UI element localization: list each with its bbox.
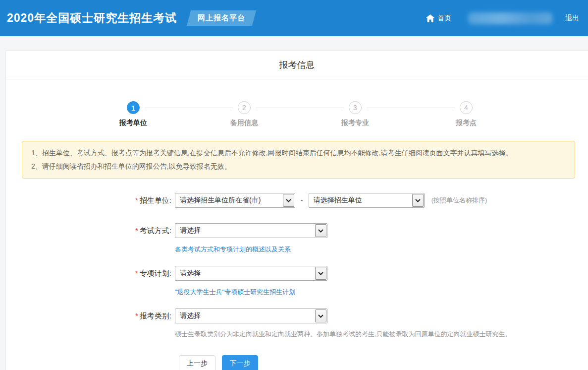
recruiting-unit-label-text: 招生单位:: [140, 196, 171, 204]
exam-method-select-value: 请选择: [175, 226, 201, 235]
user-name-redacted: [468, 12, 552, 24]
exam-method-help-link[interactable]: 各类考试方式和专项计划的概述以及关系: [175, 245, 291, 254]
step-1-circle: 1: [127, 101, 140, 114]
special-plan-label-text: 专项计划:: [140, 269, 171, 277]
exam-method-select[interactable]: 请选择: [175, 223, 327, 238]
unit-sort-hint: (按照单位名称排序): [431, 193, 487, 208]
next-step-button[interactable]: 下一步: [222, 355, 258, 370]
category-label-text: 报考类别:: [140, 311, 171, 320]
notice-box: 1、招生单位、考试方式、报考点等为报考关键信息,在提交信息后不允许修改,网报时间…: [22, 141, 575, 179]
home-label: 首页: [437, 14, 451, 23]
header-left: 2020年全国硕士研究生招生考试 网上报名平台: [7, 10, 254, 26]
category-select-value: 请选择: [175, 311, 201, 320]
platform-badge: 网上报名平台: [187, 10, 256, 26]
exam-method-controls: 请选择 各类考试方式和专项计划的概述以及关系: [175, 223, 327, 254]
recruiting-unit-label: *招生单位:: [6, 193, 171, 208]
platform-badge-label: 网上报名平台: [198, 13, 245, 23]
special-plan-help-link[interactable]: "退役大学生士兵"专项硕士研究生招生计划: [175, 288, 295, 297]
chevron-down-icon: [283, 194, 294, 207]
form-buttons: 上一步 下一步: [179, 355, 588, 370]
unit-select[interactable]: 请选择招生单位: [309, 193, 425, 208]
separator-dash: -: [301, 196, 303, 204]
category-label: *报考类别:: [6, 308, 171, 323]
notice-line-2: 2、请仔细阅读省招办和招生单位的网报公告,以免导致报名无效。: [31, 160, 566, 173]
required-marker: *: [135, 196, 138, 204]
content-card: 报考信息 1 报考单位 2 备用信息 3 报考专业 4 报考点 1、招生单位、考…: [5, 51, 588, 370]
prev-step-button[interactable]: 上一步: [179, 355, 215, 370]
recruiting-unit-controls: 请选择招生单位所在省(市) - 请选择招生单位 (按照单位名称排序): [175, 193, 487, 208]
page-title: 报考信息: [6, 51, 588, 79]
step-indicator: 1 报考单位 2 备用信息 3 报考专业 4 报考点: [78, 101, 522, 127]
step-1-label: 报考单位: [78, 119, 189, 127]
step-4-circle: 4: [460, 101, 473, 114]
home-link[interactable]: 首页: [426, 14, 451, 23]
app-title: 2020年全国硕士研究生招生考试: [7, 10, 177, 26]
step-3-label: 报考专业: [300, 119, 411, 127]
form-row-category: *报考类别: 请选择 硕士生录取类别分为非定向就业和定向就业两种。参加单独考试的…: [6, 308, 588, 339]
exam-method-label: *考试方式:: [6, 223, 171, 238]
form-row-recruiting-unit: *招生单位: 请选择招生单位所在省(市) - 请选择招生单位: [6, 193, 588, 208]
category-note: 硕士生录取类别分为非定向就业和定向就业两种。参加单独考试的考生,只能被录取为回原…: [175, 330, 512, 339]
step-4-label: 报考点: [411, 119, 522, 127]
step-3-circle: 3: [349, 101, 362, 114]
chevron-down-icon: [315, 224, 326, 237]
special-plan-select-value: 请选择: [175, 269, 201, 278]
exam-method-label-text: 考试方式:: [140, 226, 171, 235]
category-select[interactable]: 请选择: [175, 308, 327, 323]
form-row-special-plan: *专项计划: 请选择 "退役大学生士兵"专项硕士研究生招生计划: [6, 266, 588, 297]
special-plan-label: *专项计划:: [6, 266, 171, 281]
application-form: *招生单位: 请选择招生单位所在省(市) - 请选择招生单位: [6, 193, 588, 370]
special-plan-select[interactable]: 请选择: [175, 266, 327, 281]
required-marker: *: [135, 269, 138, 277]
step-4: 4 报考点: [411, 101, 522, 127]
province-select[interactable]: 请选择招生单位所在省(市): [175, 193, 295, 208]
step-3: 3 报考专业: [300, 101, 411, 127]
notice-line-1: 1、招生单位、考试方式、报考点等为报考关键信息,在提交信息后不允许修改,网报时间…: [31, 146, 566, 160]
category-controls: 请选择 硕士生录取类别分为非定向就业和定向就业两种。参加单独考试的考生,只能被录…: [175, 308, 512, 339]
logout-link[interactable]: 退出: [565, 14, 579, 23]
province-select-value: 请选择招生单位所在省(市): [175, 196, 261, 205]
unit-select-value: 请选择招生单位: [309, 196, 362, 205]
step-2: 2 备用信息: [189, 101, 300, 127]
step-2-label: 备用信息: [189, 119, 300, 127]
chevron-down-icon: [315, 309, 326, 322]
app-header: 2020年全国硕士研究生招生考试 网上报名平台 首页 退出: [0, 0, 588, 36]
home-icon: [426, 14, 434, 22]
step-2-circle: 2: [238, 101, 251, 114]
required-marker: *: [135, 226, 138, 235]
form-row-exam-method: *考试方式: 请选择 各类考试方式和专项计划的概述以及关系: [6, 223, 588, 254]
special-plan-controls: 请选择 "退役大学生士兵"专项硕士研究生招生计划: [175, 266, 327, 297]
header-right: 首页 退出: [426, 12, 579, 24]
required-marker: *: [135, 311, 138, 320]
chevron-down-icon: [412, 194, 424, 207]
chevron-down-icon: [315, 267, 326, 280]
step-1: 1 报考单位: [78, 101, 189, 127]
